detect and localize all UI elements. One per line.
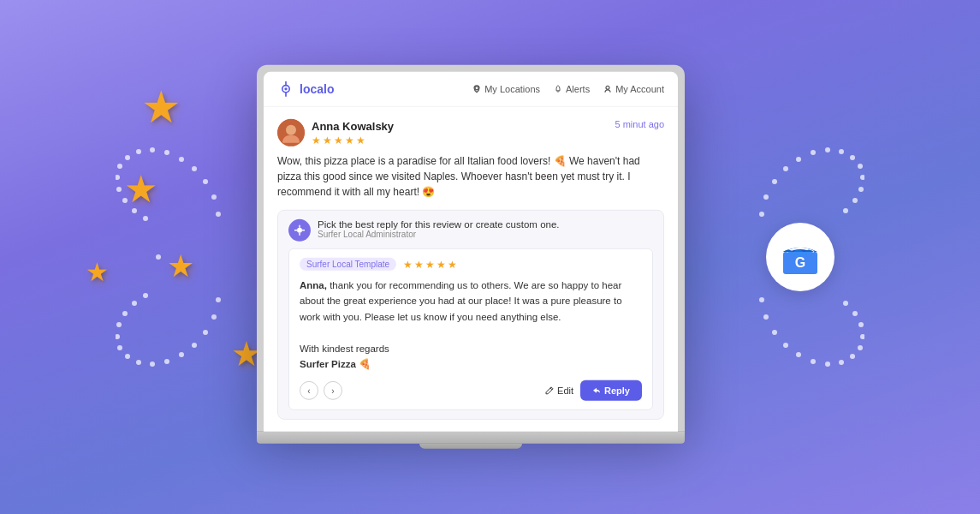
nav-my-locations[interactable]: My Locations <box>472 84 540 94</box>
action-buttons: Edit Reply <box>545 380 642 401</box>
svg-point-30 <box>156 254 161 260</box>
svg-point-19 <box>179 352 184 357</box>
template-name-bold: Anna, <box>300 280 327 290</box>
svg-point-0 <box>216 212 221 217</box>
ai-admin-label: Surfer Local Administrator <box>318 230 560 239</box>
svg-point-27 <box>122 311 128 316</box>
ai-prompt-span: Pick the best reply for this review or c… <box>318 219 560 230</box>
svg-point-10 <box>116 175 120 180</box>
nav-alerts[interactable]: Alerts <box>554 84 590 94</box>
laptop-foot <box>419 444 522 449</box>
ai-prompt-content: Pick the best reply for this review or c… <box>318 219 560 239</box>
nav-arrows: ‹ › <box>300 381 342 400</box>
svg-point-52 <box>839 360 844 365</box>
time-ago: 5 minut ago <box>615 119 664 129</box>
svg-point-14 <box>143 216 148 221</box>
prev-template-button[interactable]: ‹ <box>300 381 318 400</box>
svg-point-55 <box>860 334 864 339</box>
google-badge: G <box>766 223 834 291</box>
svg-point-48 <box>783 343 788 348</box>
svg-text:G: G <box>795 255 805 270</box>
svg-point-6 <box>150 147 155 152</box>
laptop-base <box>257 432 685 444</box>
logo-text: localo <box>300 82 334 96</box>
svg-point-44 <box>843 208 848 213</box>
reviewer-info: Anna Kowalsky ★ ★ ★ ★ ★ <box>277 119 394 146</box>
avatar <box>277 119 305 146</box>
svg-point-39 <box>850 155 855 160</box>
svg-point-22 <box>136 360 141 365</box>
template-sign-line1: With kindest regards <box>300 343 389 353</box>
bell-icon <box>554 85 562 93</box>
template-sign-line2: Surfer Pizza 🍕 <box>300 359 371 369</box>
svg-point-50 <box>811 359 816 364</box>
ai-logo-icon <box>294 224 306 236</box>
laptop-screen-outer: localo My Locations <box>257 65 685 432</box>
svg-point-11 <box>116 187 122 192</box>
svg-point-56 <box>858 322 864 327</box>
svg-point-8 <box>125 155 130 160</box>
svg-point-35 <box>796 157 801 162</box>
template-body: thank you for recommending us to others.… <box>300 280 622 322</box>
decoration-star-3: ★ <box>167 248 194 284</box>
svg-point-57 <box>852 311 858 316</box>
svg-point-63 <box>284 87 287 90</box>
svg-point-15 <box>216 297 221 302</box>
decoration-star-1: ★ <box>141 81 181 133</box>
logo: localo <box>277 81 334 98</box>
nav-my-account[interactable]: My Account <box>603 84 664 94</box>
svg-point-18 <box>192 343 197 348</box>
google-store-icon: G <box>778 235 823 279</box>
ai-response-box: Pick the best reply for this review or c… <box>277 210 664 420</box>
svg-point-46 <box>763 314 769 320</box>
svg-point-33 <box>772 179 777 184</box>
svg-point-2 <box>203 179 208 184</box>
template-stars: ★ ★ ★ ★ ★ <box>403 258 457 270</box>
template-actions: ‹ › Edit <box>300 380 642 401</box>
ai-icon <box>288 219 311 242</box>
edit-button[interactable]: Edit <box>545 386 573 396</box>
ai-prompt-text: Pick the best reply for this review or c… <box>318 219 560 230</box>
edit-icon <box>545 386 554 395</box>
template-text: Anna, thank you for recommending us to o… <box>300 278 642 372</box>
laptop-wrapper: localo My Locations <box>257 65 685 449</box>
svg-point-64 <box>475 87 478 90</box>
reviewer-name: Anna Kowalsky <box>312 119 394 132</box>
svg-point-7 <box>136 149 141 154</box>
laptop-screen-inner: localo My Locations <box>264 72 678 432</box>
template-label-row: Surfer Local Template ★ ★ ★ ★ ★ <box>300 258 642 271</box>
svg-point-9 <box>117 164 122 169</box>
reply-label: Reply <box>604 386 630 396</box>
decoration-star-5: ★ <box>86 257 109 287</box>
svg-point-47 <box>772 330 777 335</box>
svg-point-16 <box>211 314 217 320</box>
reply-button[interactable]: Reply <box>580 380 642 401</box>
svg-point-58 <box>843 301 848 306</box>
template-badge: Surfer Local Template <box>300 258 396 271</box>
svg-point-31 <box>759 212 764 217</box>
svg-point-28 <box>132 301 137 306</box>
ai-prompt-row: Pick the best reply for this review or c… <box>288 219 653 242</box>
location-icon <box>472 85 481 93</box>
svg-point-45 <box>759 297 764 302</box>
svg-point-17 <box>203 330 208 335</box>
svg-point-29 <box>143 293 148 298</box>
svg-point-42 <box>858 187 864 192</box>
svg-point-41 <box>860 175 864 180</box>
svg-point-54 <box>858 345 863 350</box>
svg-point-4 <box>179 157 184 162</box>
nav-links: My Locations Alerts <box>472 84 664 94</box>
svg-point-65 <box>606 86 609 89</box>
review-text: Wow, this pizza place is a paradise for … <box>277 153 664 200</box>
user-icon <box>603 85 612 93</box>
template-card: Surfer Local Template ★ ★ ★ ★ ★ Anna, th… <box>288 248 653 410</box>
svg-point-53 <box>850 354 855 359</box>
svg-point-51 <box>825 362 830 367</box>
next-template-button[interactable]: › <box>324 381 342 400</box>
svg-point-34 <box>783 166 788 171</box>
svg-point-25 <box>116 334 120 339</box>
svg-point-24 <box>117 345 122 350</box>
svg-point-26 <box>116 322 122 327</box>
edit-label: Edit <box>557 386 573 396</box>
svg-point-67 <box>286 125 296 135</box>
